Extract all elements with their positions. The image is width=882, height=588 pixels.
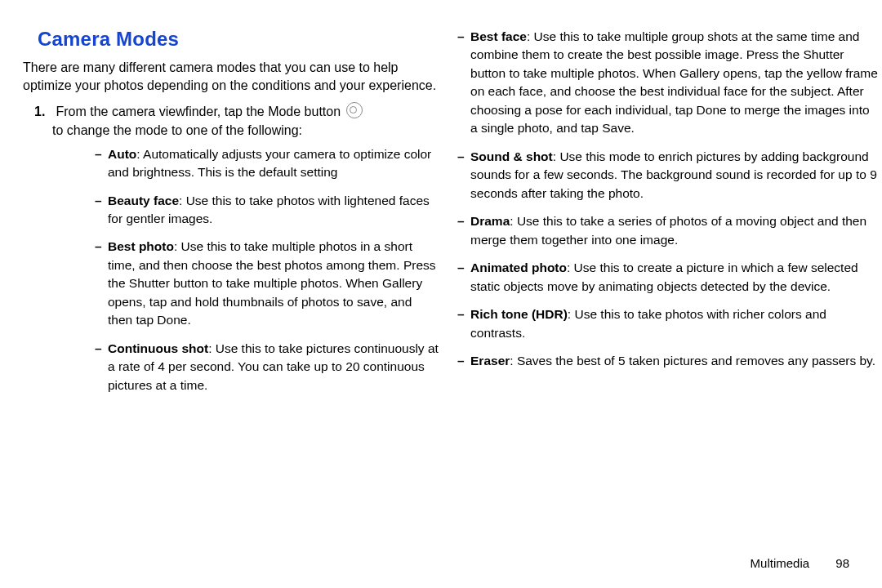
mode-name: Rich tone (HDR) <box>470 307 568 321</box>
list-item: Auto: Automatically adjusts your camera … <box>108 145 439 192</box>
right-column: Best face: Use this to take multiple gro… <box>443 28 882 404</box>
mode-desc: : Use this to take a series of photos of… <box>470 214 866 246</box>
mode-name: Auto <box>108 147 136 161</box>
list-item: Rich tone (HDR): Use this to take photos… <box>470 305 879 352</box>
mode-name: Continuous shot <box>108 341 208 355</box>
mode-list-right: Best face: Use this to take multiple gro… <box>451 28 879 381</box>
step-1: 1. From the camera viewfinder, tap the M… <box>52 102 439 140</box>
list-item: Beauty face: Use this to take photos wit… <box>108 192 439 238</box>
mode-name: Animated photo <box>470 261 567 274</box>
step-number: 1. <box>34 102 52 121</box>
step-1-text-b: to change the mode to one of the followi… <box>52 123 302 137</box>
list-item: Continuous shot: Use this to take pictur… <box>108 340 439 404</box>
list-item: Best face: Use this to take multiple gro… <box>470 28 879 148</box>
list-item: Best photo: Use this to take multiple ph… <box>108 238 439 339</box>
footer-page-number: 98 <box>835 556 849 570</box>
mode-desc: : Use this to take multiple group shots … <box>470 29 878 135</box>
step-1-text-a: From the camera viewfinder, tap the Mode… <box>56 105 341 118</box>
mode-name: Beauty face <box>108 194 179 207</box>
mode-name: Best face <box>470 29 527 43</box>
mode-name: Best photo <box>108 239 174 253</box>
mode-list-left: Auto: Automatically adjusts your camera … <box>20 145 439 405</box>
mode-desc: : Automatically adjusts your camera to o… <box>108 147 431 179</box>
footer-section-name: Multimedia <box>751 556 810 570</box>
list-item: Animated photo: Use this to create a pic… <box>470 259 879 305</box>
mode-button-icon <box>346 102 363 118</box>
mode-name: Drama <box>470 214 510 228</box>
manual-page: Camera Modes There are many different ca… <box>0 0 882 588</box>
mode-name: Eraser <box>470 354 510 368</box>
section-heading: Camera Modes <box>38 28 439 51</box>
page-footer: Multimedia 98 <box>751 556 849 570</box>
list-item: Eraser: Saves the best of 5 taken pictur… <box>470 352 879 380</box>
list-item: Sound & shot: Use this mode to enrich pi… <box>470 148 879 212</box>
intro-paragraph: There are many different camera modes th… <box>23 59 439 94</box>
two-column-layout: Camera Modes There are many different ca… <box>20 28 882 404</box>
left-column: Camera Modes There are many different ca… <box>20 28 443 404</box>
mode-name: Sound & shot <box>470 149 553 163</box>
mode-desc: : Saves the best of 5 taken pictures and… <box>510 354 875 368</box>
list-item: Drama: Use this to take a series of phot… <box>470 212 879 259</box>
